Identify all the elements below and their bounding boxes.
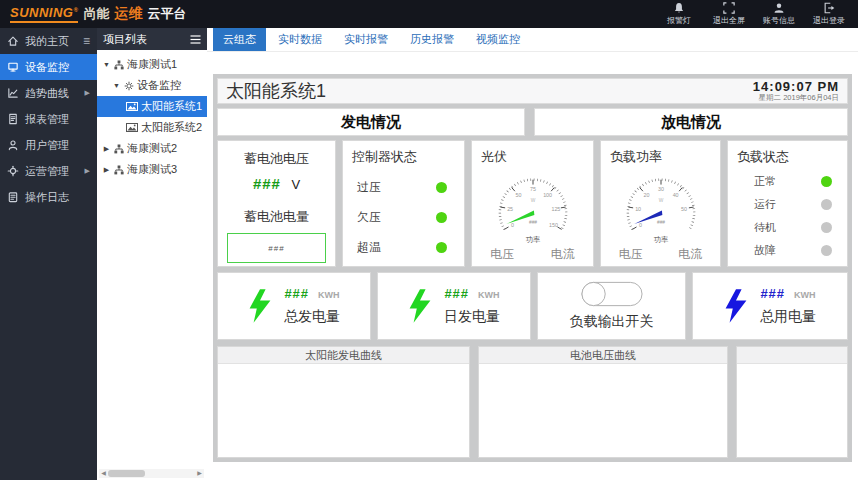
tree-node-device-monitor[interactable]: ▼ 设备监控 [97,75,207,96]
svg-text:125: 125 [551,206,560,212]
daily-generation-value: ### [444,286,469,301]
pv-power-gauge: 0 25 50 75 100 125 150 W ### 功率 [484,168,582,244]
energy-cards-row: ###KWH 总发电量 ###KWH 日发电量 负载输出开关 [217,272,848,340]
svg-text:W: W [530,198,535,203]
alarm-light-button[interactable]: 报警灯 [660,2,698,26]
caret-right-icon[interactable]: ▶ [102,166,111,174]
caret-right-icon[interactable]: ▶ [102,145,111,153]
svg-text:50: 50 [680,206,686,212]
solar-generation-chart-panel: 太阳能发电曲线 [217,346,470,458]
status-row-overtemp: 超温 [343,239,464,256]
topbar-actions: 报警灯 退出全屏 账号信息 退出登录 [660,2,848,26]
load-power-gauge: 0 10 20 30 40 50 W ### 功率 [612,168,710,244]
controller-status-title: 控制器状态 [343,141,464,166]
sidebar-item-user-manage[interactable]: 用户管理 [0,132,97,158]
sidebar-item-home[interactable]: 我的主页 ≡ [0,28,97,54]
pv-voltage-label: 电压 [472,246,533,263]
tabbar: 云组态 实时数据 实时报警 历史报警 视频监控 [207,28,858,52]
gear-icon [124,81,134,91]
lightning-icon [408,287,432,325]
status-dot [821,222,832,233]
tab-realtime-alarm[interactable]: 实时报警 [334,28,398,51]
image-icon [126,102,138,111]
sidebar: 我的主页 ≡ 设备监控 趋势曲线 ▶ 报表管理 用户管理 运营管理 ▶ 操作日志 [0,28,97,480]
logo-word-cloud-platform: 云平台 [147,5,186,23]
total-generation-card: ###KWH 总发电量 [217,272,371,340]
solar-generation-chart-title: 太阳能发电曲线 [218,347,469,364]
status-dot [821,245,832,256]
caret-down-icon[interactable]: ▼ [102,61,111,68]
load-voltage-value: ### [601,265,661,267]
tree-node-solar-system2[interactable]: 太阳能系统2 [97,117,207,138]
charts-row: 太阳能发电曲线 电池电压曲线 [217,346,848,458]
current-date: 星期二 2019年06月04日 [753,94,839,102]
load-current-label: 电流 [661,246,721,263]
status-row-running: 运行 [728,197,847,212]
sidebar-item-device-monitor[interactable]: 设备监控 [0,54,97,80]
daily-generation-card: ###KWH 日发电量 [377,272,531,340]
collapse-menu-icon[interactable]: ≡ [83,34,90,48]
sidebar-item-operation-log[interactable]: 操作日志 [0,184,97,210]
load-status-title: 负载状态 [728,141,847,166]
section-header-generation: 发电情况 [217,108,525,136]
toggle-switch[interactable] [581,281,643,307]
dashboard-titlebar: 太阳能系统1 14:09:07 PM 星期二 2019年06月04日 [217,78,848,104]
tab-history-alarm[interactable]: 历史报警 [400,28,464,51]
svg-text:###: ### [528,220,536,225]
dashboard-content: 太阳能系统1 14:09:07 PM 星期二 2019年06月04日 发电情况 … [213,74,852,462]
scrollbar-thumb[interactable] [108,470,145,477]
tab-video-monitor[interactable]: 视频监控 [466,28,530,51]
extra-chart-body [737,364,847,457]
total-consumption-value: ### [760,286,785,301]
battery-voltage-value-row: ### V [218,175,335,193]
list-icon[interactable] [190,35,201,44]
tree-node-haikang-test3[interactable]: ▶ 海康测试3 [97,159,207,180]
sidebar-item-report-manage[interactable]: 报表管理 [0,106,97,132]
total-consumption-unit: KWH [794,290,816,300]
total-consumption-label: 总用电量 [760,308,816,326]
extra-chart-panel [736,346,848,458]
registered-mark: ® [73,7,78,13]
svg-text:50: 50 [515,192,521,198]
sidebar-item-trend-curve[interactable]: 趋势曲线 ▶ [0,80,97,106]
svg-text:功率: 功率 [653,235,668,244]
load-voltage-label: 电压 [601,246,661,263]
load-readings: 电压### 电流### [601,246,720,267]
status-row-normal: 正常 [728,174,847,189]
svg-text:W: W [658,198,663,203]
tab-realtime-data[interactable]: 实时数据 [268,28,332,51]
battery-voltage-value: ### [253,175,281,192]
tab-cloud-scada[interactable]: 云组态 [213,28,266,51]
tree-node-haikang-test2[interactable]: ▶ 海康测试2 [97,138,207,159]
trend-chart-icon [7,87,19,99]
pv-readings: 电压### 电流### [472,246,593,267]
tree-node-haikang-test1[interactable]: ▼ 海康测试1 [97,54,207,75]
account-info-button[interactable]: 账号信息 [760,2,798,26]
battery-capacity-box: ### [227,233,326,263]
main-area: 云组态 实时数据 实时报警 历史报警 视频监控 太阳能系统1 14:09:07 … [207,28,858,480]
scroll-right-arrow[interactable]: ▶ [195,469,204,478]
total-generation-label: 总发电量 [284,308,340,326]
logo-word-yunwei: 运维 [114,5,142,23]
total-generation-unit: KWH [318,290,340,300]
gear-icon [7,165,19,177]
tree-node-solar-system1[interactable]: 太阳能系统1 [97,96,207,117]
image-icon [126,123,138,132]
user-manage-icon [7,139,19,151]
logout-button[interactable]: 退出登录 [810,2,848,26]
svg-text:30: 30 [658,186,664,192]
scroll-left-arrow[interactable]: ◀ [99,469,108,478]
exit-fullscreen-button[interactable]: 退出全屏 [710,2,748,26]
project-horizontal-scrollbar[interactable]: ◀ ▶ [99,469,204,478]
sidebar-item-operation-manage[interactable]: 运营管理 ▶ [0,158,97,184]
battery-panel: 蓄电池电压 ### V 蓄电池电量 ### [217,140,336,267]
project-list-header: 项目列表 [97,28,207,50]
current-time: 14:09:07 PM [753,80,839,94]
battery-capacity-value: ### [268,244,284,253]
controller-status-panel: 控制器状态 过压 欠压 超温 [342,140,465,267]
submenu-arrow-icon: ▶ [85,89,90,97]
battery-voltage-chart-title: 电池电压曲线 [479,347,727,364]
svg-text:20: 20 [643,192,649,198]
caret-down-icon[interactable]: ▼ [112,82,121,89]
app-logo: SUNNING® 尚能 运维 云平台 [10,5,186,23]
